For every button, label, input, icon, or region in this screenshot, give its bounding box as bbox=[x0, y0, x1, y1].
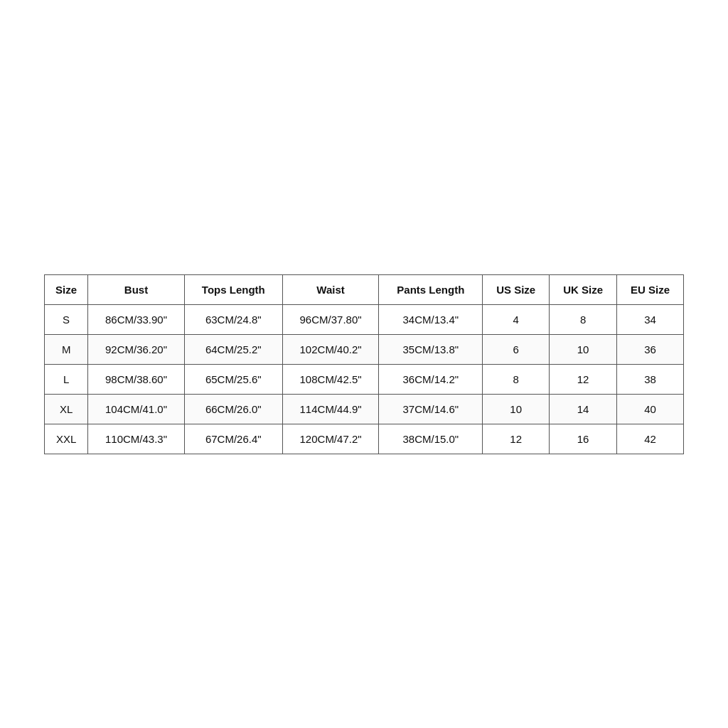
cell-us_size: 12 bbox=[483, 424, 550, 454]
cell-waist: 114CM/44.9" bbox=[282, 394, 379, 424]
size-chart-table: Size Bust Tops Length Waist Pants Length… bbox=[44, 274, 684, 454]
cell-bust: 86CM/33.90" bbox=[88, 304, 185, 334]
cell-tops_length: 66CM/26.0" bbox=[184, 394, 282, 424]
cell-eu_size: 40 bbox=[617, 394, 684, 424]
cell-us_size: 10 bbox=[483, 394, 550, 424]
cell-pants_length: 36CM/14.2" bbox=[379, 364, 483, 394]
cell-waist: 102CM/40.2" bbox=[282, 334, 379, 364]
cell-uk_size: 10 bbox=[550, 334, 617, 364]
cell-uk_size: 14 bbox=[550, 394, 617, 424]
cell-eu_size: 38 bbox=[617, 364, 684, 394]
cell-bust: 92CM/36.20" bbox=[88, 334, 185, 364]
cell-tops_length: 65CM/25.6" bbox=[184, 364, 282, 394]
cell-size: XXL bbox=[45, 424, 88, 454]
cell-waist: 96CM/37.80" bbox=[282, 304, 379, 334]
cell-tops_length: 64CM/25.2" bbox=[184, 334, 282, 364]
cell-us_size: 6 bbox=[483, 334, 550, 364]
cell-tops_length: 67CM/26.4" bbox=[184, 424, 282, 454]
cell-uk_size: 12 bbox=[550, 364, 617, 394]
table-row: L98CM/38.60"65CM/25.6"108CM/42.5"36CM/14… bbox=[45, 364, 684, 394]
header-eu-size: EU Size bbox=[617, 274, 684, 304]
cell-eu_size: 36 bbox=[617, 334, 684, 364]
cell-uk_size: 16 bbox=[550, 424, 617, 454]
cell-eu_size: 34 bbox=[617, 304, 684, 334]
cell-pants_length: 35CM/13.8" bbox=[379, 334, 483, 364]
table-row: S86CM/33.90"63CM/24.8"96CM/37.80"34CM/13… bbox=[45, 304, 684, 334]
cell-size: XL bbox=[45, 394, 88, 424]
cell-waist: 120CM/47.2" bbox=[282, 424, 379, 454]
cell-size: M bbox=[45, 334, 88, 364]
header-pants-length: Pants Length bbox=[379, 274, 483, 304]
cell-us_size: 4 bbox=[483, 304, 550, 334]
table-row: M92CM/36.20"64CM/25.2"102CM/40.2"35CM/13… bbox=[45, 334, 684, 364]
header-size: Size bbox=[45, 274, 88, 304]
cell-tops_length: 63CM/24.8" bbox=[184, 304, 282, 334]
cell-uk_size: 8 bbox=[550, 304, 617, 334]
cell-us_size: 8 bbox=[483, 364, 550, 394]
header-bust: Bust bbox=[88, 274, 185, 304]
cell-pants_length: 37CM/14.6" bbox=[379, 394, 483, 424]
cell-size: S bbox=[45, 304, 88, 334]
table-header-row: Size Bust Tops Length Waist Pants Length… bbox=[45, 274, 684, 304]
cell-bust: 104CM/41.0" bbox=[88, 394, 185, 424]
size-chart-container: Size Bust Tops Length Waist Pants Length… bbox=[44, 274, 684, 454]
cell-eu_size: 42 bbox=[617, 424, 684, 454]
table-row: XXL110CM/43.3"67CM/26.4"120CM/47.2"38CM/… bbox=[45, 424, 684, 454]
cell-bust: 98CM/38.60" bbox=[88, 364, 185, 394]
cell-pants_length: 34CM/13.4" bbox=[379, 304, 483, 334]
cell-bust: 110CM/43.3" bbox=[88, 424, 185, 454]
cell-pants_length: 38CM/15.0" bbox=[379, 424, 483, 454]
table-row: XL104CM/41.0"66CM/26.0"114CM/44.9"37CM/1… bbox=[45, 394, 684, 424]
header-us-size: US Size bbox=[483, 274, 550, 304]
cell-size: L bbox=[45, 364, 88, 394]
header-waist: Waist bbox=[282, 274, 379, 304]
cell-waist: 108CM/42.5" bbox=[282, 364, 379, 394]
header-uk-size: UK Size bbox=[550, 274, 617, 304]
header-tops-length: Tops Length bbox=[184, 274, 282, 304]
